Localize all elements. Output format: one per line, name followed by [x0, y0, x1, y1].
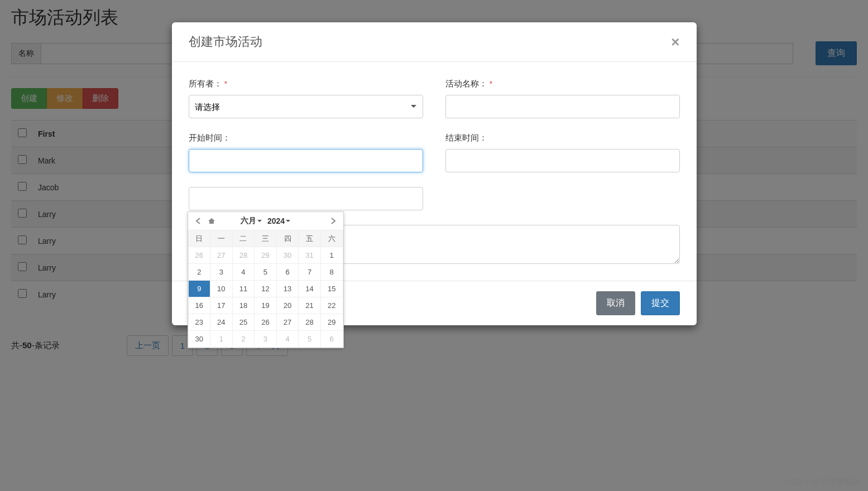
calendar-day[interactable]: 25: [232, 314, 255, 331]
weekday-header: 三: [255, 230, 277, 247]
calendar-day[interactable]: 3: [210, 264, 233, 281]
calendar-day[interactable]: 1: [320, 247, 343, 264]
end-time-input[interactable]: [445, 149, 680, 172]
calendar-day[interactable]: 6: [320, 331, 343, 348]
calendar-day[interactable]: 12: [255, 281, 277, 297]
cancel-button[interactable]: 取消: [596, 291, 635, 315]
calendar-day[interactable]: 10: [210, 281, 233, 297]
calendar-day[interactable]: 7: [299, 264, 321, 281]
calendar-day[interactable]: 20: [276, 297, 299, 314]
weekday-header: 四: [276, 230, 299, 247]
calendar-day[interactable]: 28: [299, 314, 321, 331]
calendar-day[interactable]: 4: [276, 331, 299, 348]
modal-title: 创建市场活动: [189, 33, 262, 50]
calendar-day[interactable]: 30: [188, 331, 210, 348]
submit-button[interactable]: 提交: [641, 291, 680, 315]
weekday-header: 五: [299, 230, 321, 247]
extra-input-1[interactable]: [189, 187, 423, 210]
weekday-header: 日: [188, 230, 210, 247]
calendar-day[interactable]: 28: [232, 247, 255, 264]
create-activity-modal: 创建市场活动 × 所有者：* 请选择 活动名称：* 开始时间：: [172, 22, 697, 325]
calendar-day[interactable]: 21: [299, 297, 321, 314]
datepicker-year[interactable]: 2024: [267, 216, 290, 226]
calendar-day[interactable]: 24: [210, 314, 233, 331]
owner-select[interactable]: 请选择: [189, 95, 423, 118]
calendar-day[interactable]: 26: [255, 314, 277, 331]
next-month-icon[interactable]: [328, 215, 339, 227]
calendar-day[interactable]: 22: [320, 297, 343, 314]
calendar-day[interactable]: 11: [232, 281, 255, 297]
calendar-day[interactable]: 1: [210, 331, 233, 348]
start-time-label: 开始时间：: [189, 133, 423, 143]
calendar-day[interactable]: 30: [276, 247, 299, 264]
datepicker: 六月 2024 日一二三四五六 262728293031123456789101…: [188, 211, 344, 348]
calendar-day[interactable]: 15: [320, 281, 343, 297]
calendar-day[interactable]: 5: [255, 264, 277, 281]
calendar-day[interactable]: 23: [188, 314, 210, 331]
calendar-day[interactable]: 2: [188, 264, 210, 281]
calendar-day[interactable]: 13: [276, 281, 299, 297]
start-time-input[interactable]: [189, 149, 423, 172]
weekday-header: 一: [210, 230, 233, 247]
calendar-day[interactable]: 17: [210, 297, 233, 314]
calendar-day[interactable]: 4: [232, 264, 255, 281]
calendar-day[interactable]: 9: [188, 281, 210, 297]
calendar-day[interactable]: 29: [255, 247, 277, 264]
owner-label: 所有者：*: [189, 79, 423, 89]
calendar-day[interactable]: 6: [276, 264, 299, 281]
calendar-day[interactable]: 27: [276, 314, 299, 331]
close-icon[interactable]: ×: [671, 35, 679, 49]
calendar-day[interactable]: 8: [320, 264, 343, 281]
calendar-day[interactable]: 29: [320, 314, 343, 331]
activity-name-label: 活动名称：*: [445, 79, 680, 89]
calendar-day[interactable]: 26: [188, 247, 210, 264]
calendar-day[interactable]: 18: [232, 297, 255, 314]
datepicker-month[interactable]: 六月: [241, 216, 262, 226]
calendar-day[interactable]: 14: [299, 281, 321, 297]
today-icon[interactable]: [206, 215, 217, 227]
weekday-header: 二: [232, 230, 255, 247]
calendar-day[interactable]: 31: [299, 247, 321, 264]
calendar-day[interactable]: 16: [188, 297, 210, 314]
prev-month-icon[interactable]: [193, 215, 204, 227]
calendar-day[interactable]: 5: [299, 331, 321, 348]
weekday-header: 六: [320, 230, 343, 247]
calendar-day[interactable]: 3: [255, 331, 277, 348]
end-time-label: 结束时间：: [445, 133, 680, 143]
calendar-day[interactable]: 19: [255, 297, 277, 314]
calendar-day[interactable]: 2: [232, 331, 255, 348]
activity-name-input[interactable]: [445, 95, 680, 118]
calendar-day[interactable]: 27: [210, 247, 233, 264]
